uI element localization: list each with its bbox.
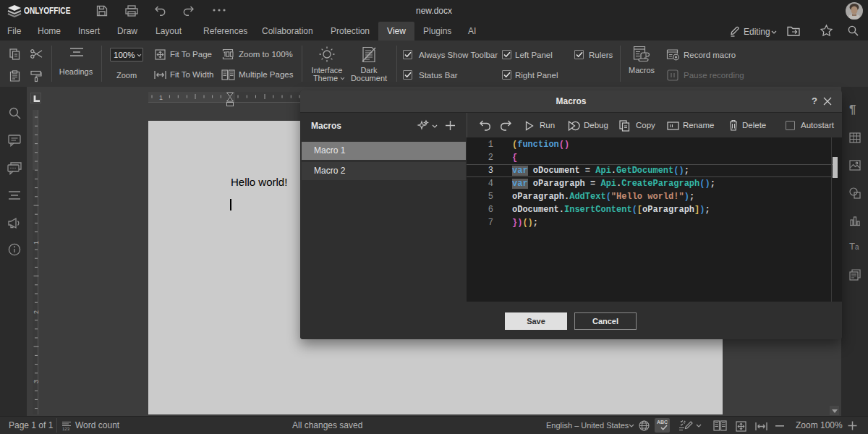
svg-text:2: 2 xyxy=(33,310,40,314)
svg-text:1: 1 xyxy=(159,94,163,101)
svg-text:123: 123 xyxy=(62,427,70,431)
svg-text:3: 3 xyxy=(33,380,40,383)
svg-text:1: 1 xyxy=(33,241,40,244)
